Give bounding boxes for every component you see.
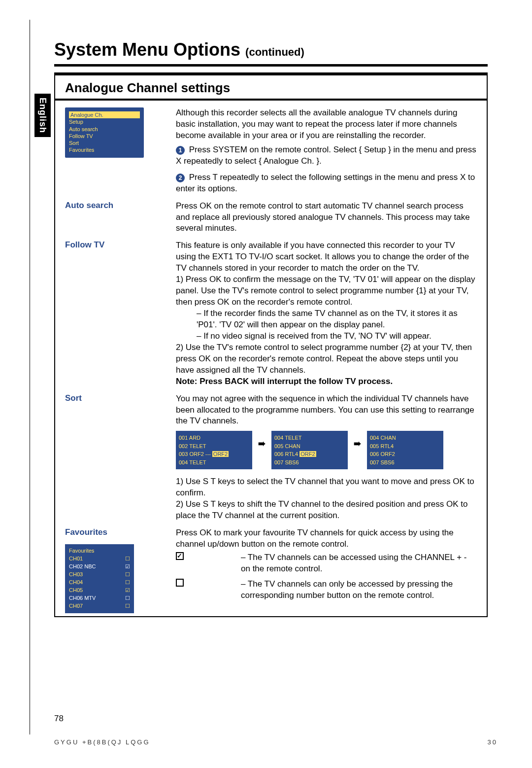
fav-row: CH07☐ [69, 602, 130, 610]
title-continued: (continued) [245, 46, 304, 58]
fav-box-title: Favourites [69, 547, 130, 555]
manual-page: English System Menu Options (continued) … [0, 0, 532, 768]
intro-step-2-text: Press T repeatedly to select the followi… [176, 173, 475, 193]
favourites-p1: Press OK to mark your favourite TV chann… [176, 527, 477, 550]
sort-cell: 004 TELET [179, 458, 249, 467]
intro-step-1: 1 Press SYSTEM on the remote control. Se… [176, 144, 477, 167]
menu-item: Favourites [69, 146, 140, 153]
menu-item: Follow TV [69, 133, 140, 140]
sort-cell: 001 ARD [179, 434, 249, 442]
follow-tv-s2: 2) Use the TV's remote control to select… [176, 342, 477, 376]
sort-cell: 007 SBS6 [370, 458, 440, 467]
arrow-right-icon: ➠ [258, 438, 266, 450]
fav-checked-text: – The TV channels can be accessed using … [187, 552, 477, 575]
sort-p1: You may not agree with the sequence in w… [176, 393, 477, 427]
favourites-row: Favourites Favourites CH01☐ CH02 NBC☑ CH… [55, 524, 487, 616]
page-title: System Menu Options (continued) [54, 39, 488, 60]
follow-tv-b2: – If no video signal is received from th… [176, 331, 477, 342]
fav-row: CH06 MTV☐ [69, 594, 130, 602]
sort-cell: 007 SBS6 [274, 458, 345, 467]
sort-cell: 004 CHAN [370, 434, 440, 442]
fav-row: CH01☐ [69, 555, 130, 563]
page-number: 78 [54, 714, 64, 724]
fav-checked-line: – The TV channels can be accessed using … [176, 552, 477, 575]
sort-row: Sort You may not agree with the sequence… [55, 390, 487, 525]
sort-cell-selected: 006 RTL4 ORF2 [274, 450, 345, 458]
sort-s1: 1) Use S T keys to select the TV channel… [176, 476, 477, 499]
sort-box-1: 001 ARD 002 TELET 003 ORF2 --- ORF2 004 … [176, 431, 252, 469]
auto-search-text: Press OK on the remote control to start … [176, 201, 477, 235]
checkbox-empty-icon [176, 579, 184, 587]
title-rule [54, 64, 488, 67]
follow-tv-b1: – If the recorder finds the same TV chan… [176, 308, 477, 331]
auto-search-row: Auto search Press OK on the remote contr… [55, 198, 487, 238]
fav-row: CH05☑ [69, 587, 130, 594]
sort-box-3: 004 CHAN 005 RTL4 006 ORF2 007 SBS6 [367, 431, 443, 469]
sort-boxes: 001 ARD 002 TELET 003 ORF2 --- ORF2 004 … [176, 431, 477, 469]
fav-row: CH04☐ [69, 579, 130, 587]
sort-cell: 005 CHAN [274, 442, 345, 451]
content-frame: Analogue Channel settings Analogue Ch. S… [54, 72, 488, 617]
fav-unchecked-line: – The TV channels can only be accessed b… [176, 579, 477, 601]
intro-paragraph: Although this recorder selects all the a… [176, 107, 477, 141]
arrow-right-icon: ➠ [354, 438, 361, 450]
fav-row: CH03☐ [69, 571, 130, 579]
checkbox-checked-icon [176, 552, 184, 560]
title-main: System Menu Options [54, 39, 240, 60]
language-tab: English [34, 94, 51, 137]
sort-cell: 004 TELET [274, 434, 345, 442]
sort-cell: 002 TELET [179, 442, 249, 451]
follow-tv-row: Follow TV This feature is only available… [55, 237, 487, 390]
intro-row: Analogue Ch. Setup Auto search Follow TV… [55, 105, 487, 198]
step-1-icon: 1 [176, 146, 185, 155]
intro-step-2: 2 Press T repeatedly to select the follo… [176, 172, 477, 195]
fav-row: CH02 NBC☑ [69, 563, 130, 571]
follow-tv-note: Note: Press BACK will interrupt the foll… [176, 376, 477, 387]
intro-step-1-text: Press SYSTEM on the remote control. Sele… [176, 145, 476, 166]
footer-left: GYGU +B(8B(QJ LQGG [54, 738, 150, 746]
sort-s2: 2) Use S T keys to shift the TV channel … [176, 499, 477, 522]
section-rule [55, 99, 487, 101]
menu-item: Sort [69, 140, 140, 146]
menu-item: Setup [69, 118, 140, 125]
sort-label: Sort [65, 393, 82, 403]
menu-item: Auto search [69, 126, 140, 133]
footer-right: 30 [488, 738, 498, 746]
sort-box-2: 004 TELET 005 CHAN 006 RTL4 ORF2 007 SBS… [271, 431, 348, 469]
step-2-icon: 2 [176, 174, 185, 182]
sort-cell: 006 ORF2 [370, 450, 440, 458]
auto-search-label: Auto search [65, 201, 113, 210]
follow-tv-p1: This feature is only available if you ha… [176, 240, 477, 274]
menu-mockup-title: Analogue Ch. [69, 111, 140, 118]
sort-cell: 005 RTL4 [370, 442, 440, 451]
fav-unchecked-text: – The TV channels can only be accessed b… [187, 579, 477, 601]
section-title: Analogue Channel settings [55, 75, 487, 99]
favourites-label: Favourites [65, 527, 176, 537]
favourites-box: Favourites CH01☐ CH02 NBC☑ CH03☐ CH04☐ C… [65, 544, 134, 613]
menu-mockup: Analogue Ch. Setup Auto search Follow TV… [65, 107, 144, 158]
follow-tv-s1: 1) Press OK to confirm the message on th… [176, 274, 477, 308]
sort-cell-selected: 003 ORF2 --- ORF2 [179, 450, 249, 458]
follow-tv-label: Follow TV [65, 240, 104, 249]
